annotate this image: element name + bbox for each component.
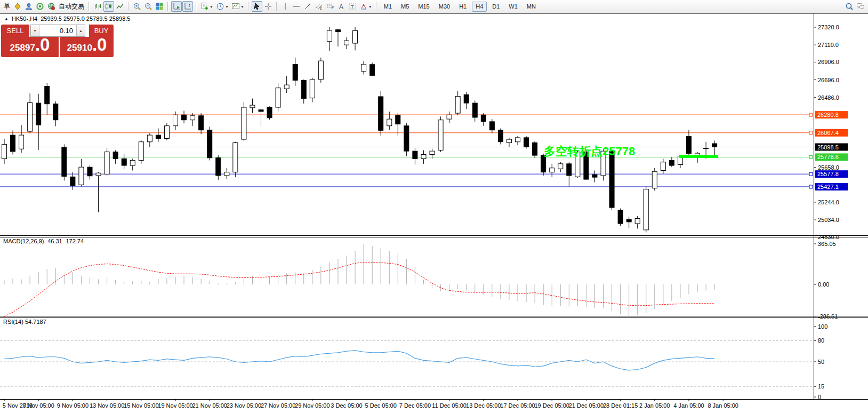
time-tick-label: 7 Nov 05:00 — [23, 402, 54, 409]
bull-candle — [421, 155, 426, 159]
bear-candle — [70, 177, 75, 186]
level-line-handle[interactable] — [809, 155, 813, 158]
price-tick-label: 26486.0 — [818, 94, 839, 101]
rsi-axis-label: 80 — [818, 337, 824, 344]
rsi-panel: 1008050150 — [0, 323, 827, 400]
price-tick-label: 27320.0 — [818, 24, 839, 30]
level-line-handle[interactable] — [809, 185, 813, 188]
bull-candle — [2, 145, 7, 159]
trading-terminal: { "toolbar": { "order_label": "单", "auto… — [0, 0, 868, 413]
bear-candle — [267, 107, 272, 118]
sell-price[interactable]: 25897.0 — [1, 37, 59, 57]
rsi-line — [4, 351, 714, 370]
bear-candle — [293, 64, 298, 80]
bear-candle — [524, 138, 529, 147]
bear-candle — [301, 81, 306, 99]
bear-candle — [53, 104, 58, 120]
time-tick-label: 19 Nov 05:00 — [158, 402, 192, 409]
bull-candle — [558, 164, 563, 169]
macd-signal-line — [4, 262, 714, 316]
level-price-tag-text: 26067.4 — [817, 130, 839, 136]
bull-candle — [276, 88, 280, 107]
bull-candle — [353, 30, 358, 43]
bull-candle — [430, 151, 435, 154]
time-tick-label: 28 Dec 01:15 — [603, 402, 638, 409]
bear-candle — [712, 144, 717, 147]
level-line-handle[interactable] — [809, 131, 813, 134]
sell-price-main: 25897 — [10, 43, 35, 53]
macd-values: -46.31 -172.74 — [45, 238, 84, 244]
macd-label: MACD(12,26,9) -46.31 -172.74 — [3, 238, 84, 244]
price-tick-label: 24830.0 — [818, 234, 839, 240]
one-click-trade-panel: SELL ▼ 0.10 ▲ BUY 25897.0 25910.0 — [1, 25, 114, 57]
bear-candle — [626, 219, 631, 222]
bear-candle — [567, 164, 572, 176]
rsi-axis-label: 0 — [818, 394, 821, 400]
bull-candle — [96, 173, 101, 176]
chart-title: ▲ HK50-,H4 25939.5 25975.0 25789.5 25898… — [4, 15, 130, 22]
time-tick-label: 2 Jan 05:00 — [639, 402, 670, 409]
bull-candle — [447, 115, 452, 119]
sell-button[interactable]: SELL — [1, 25, 29, 37]
current-price-tag-text: 25898.5 — [817, 144, 839, 150]
bull-candle — [233, 142, 238, 172]
bear-candle — [404, 126, 409, 151]
bull-candle — [130, 161, 135, 165]
bull-candle — [635, 219, 640, 224]
price-tick-label: 26696.0 — [818, 77, 839, 83]
time-tick-label: 5 Dec 05:00 — [365, 402, 397, 409]
level-line-handle[interactable] — [809, 172, 813, 176]
bull-candle — [455, 97, 460, 114]
bull-candle — [250, 105, 255, 108]
bull-candle — [139, 142, 143, 161]
price-tick-label: 25034.0 — [818, 217, 839, 223]
bear-candle — [498, 130, 503, 142]
bull-candle — [704, 148, 709, 149]
time-tick-label: 29 Nov 05:00 — [295, 402, 329, 409]
bull-candle — [318, 61, 323, 80]
chart-canvas: 多空转折点2577827320.027110.026906.026696.026… — [0, 0, 868, 413]
macd-panel: 365.050.00-286.61 — [4, 241, 838, 320]
bull-candle — [361, 64, 366, 71]
bull-candle — [190, 116, 195, 120]
collapse-panel-icon[interactable]: ▲ — [4, 17, 9, 21]
bear-candle — [36, 103, 41, 125]
time-tick-label: 8 Jan 05:00 — [708, 402, 738, 409]
bear-candle — [489, 122, 494, 130]
annotation-text[interactable]: 多空转折点25778 — [544, 145, 635, 158]
bear-candle — [592, 174, 597, 177]
bear-candle — [472, 103, 477, 117]
price-tick-label: 25658.0 — [818, 164, 839, 171]
macd-axis-label: 0.00 — [818, 281, 829, 288]
time-tick-label: 27 Nov 05:00 — [261, 402, 295, 409]
bear-candle — [464, 94, 469, 103]
bear-candle — [87, 167, 92, 176]
bull-candle — [242, 107, 246, 139]
bear-candle — [687, 137, 692, 154]
level-price-tag-text: 25577.8 — [817, 171, 839, 177]
volume-increase-button[interactable]: ▲ — [76, 25, 85, 36]
bear-candle — [413, 151, 417, 158]
time-axis[interactable]: 5 Nov 20187 Nov 05:009 Nov 05:0013 Nov 0… — [3, 399, 738, 409]
bear-candle — [199, 116, 204, 130]
time-tick-label: 21 Dec 05:00 — [569, 402, 604, 409]
rsi-value: 54.7187 — [25, 319, 46, 325]
bear-candle — [45, 86, 50, 104]
bull-candle — [327, 30, 332, 42]
buy-price-fraction: .0 — [92, 37, 107, 53]
buy-price-main: 25910 — [67, 43, 92, 53]
time-tick-label: 15 Nov 05:00 — [124, 402, 158, 409]
time-tick-label: 9 Nov 05:00 — [57, 402, 89, 409]
bull-candle — [224, 172, 229, 176]
level-line-handle[interactable] — [809, 113, 813, 116]
bull-candle — [284, 85, 289, 89]
bear-candle — [481, 115, 486, 122]
buy-price[interactable]: 25910.0 — [60, 37, 114, 57]
bull-candle — [79, 167, 84, 185]
bear-candle — [156, 135, 160, 138]
annotation-highlight-bar[interactable] — [679, 155, 718, 158]
bear-candle — [113, 152, 118, 159]
time-tick-label: 11 Dec 05:00 — [432, 402, 467, 409]
bull-candle — [550, 168, 554, 172]
rsi-label: RSI(14) 54.7187 — [3, 319, 46, 325]
